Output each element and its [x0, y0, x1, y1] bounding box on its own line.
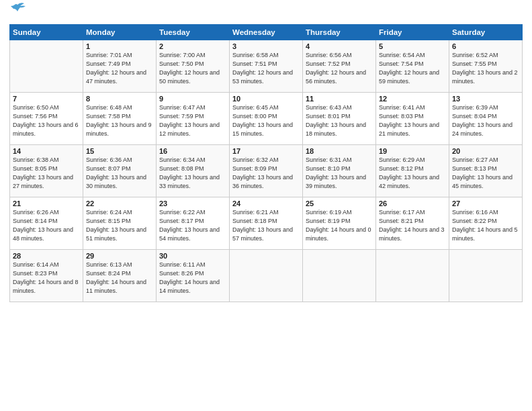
calendar-cell: 18 Sunrise: 6:31 AMSunset: 8:10 PMDaylig…: [303, 144, 376, 197]
day-info: Sunrise: 6:21 AMSunset: 8:18 PMDaylight:…: [232, 208, 300, 243]
day-number: 27: [452, 199, 519, 208]
calendar-cell: 14 Sunrise: 6:38 AMSunset: 8:05 PMDaylig…: [10, 144, 83, 197]
day-info: Sunrise: 6:24 AMSunset: 8:15 PMDaylight:…: [86, 208, 153, 243]
day-info: Sunrise: 6:19 AMSunset: 8:19 PMDaylight:…: [306, 208, 373, 243]
calendar-cell: 29 Sunrise: 6:13 AMSunset: 8:24 PMDaylig…: [83, 249, 157, 302]
day-info: Sunrise: 6:45 AMSunset: 8:00 PMDaylight:…: [232, 103, 300, 138]
calendar-cell: 12 Sunrise: 6:41 AMSunset: 8:03 PMDaylig…: [376, 92, 449, 144]
logo-bird-icon: [11, 2, 26, 14]
calendar-cell: 28 Sunrise: 6:14 AMSunset: 8:23 PMDaylig…: [10, 249, 83, 302]
calendar-cell: 4 Sunrise: 6:56 AMSunset: 7:52 PMDayligh…: [303, 40, 376, 92]
day-info: Sunrise: 6:17 AMSunset: 8:21 PMDaylight:…: [379, 208, 446, 243]
day-number: 19: [379, 147, 446, 155]
day-info: Sunrise: 7:00 AMSunset: 7:50 PMDaylight:…: [159, 51, 226, 86]
day-number: 25: [306, 199, 373, 208]
weekday-header-monday: Monday: [83, 24, 157, 40]
day-info: Sunrise: 7:01 AMSunset: 7:49 PMDaylight:…: [86, 51, 153, 86]
calendar-cell: 23 Sunrise: 6:22 AMSunset: 8:17 PMDaylig…: [157, 197, 230, 249]
calendar-cell: 22 Sunrise: 6:24 AMSunset: 8:15 PMDaylig…: [83, 197, 157, 249]
calendar-cell: 5 Sunrise: 6:54 AMSunset: 7:54 PMDayligh…: [376, 40, 449, 92]
day-info: Sunrise: 6:14 AMSunset: 8:23 PMDaylight:…: [13, 261, 80, 295]
calendar-week-3: 14 Sunrise: 6:38 AMSunset: 8:05 PMDaylig…: [10, 144, 523, 197]
day-number: 29: [86, 252, 153, 260]
day-number: 22: [86, 199, 153, 208]
day-info: Sunrise: 6:32 AMSunset: 8:09 PMDaylight:…: [232, 156, 300, 191]
weekday-header-sunday: Sunday: [10, 24, 83, 40]
day-number: 16: [159, 147, 226, 155]
weekday-header-saturday: Saturday: [449, 24, 523, 40]
day-number: 6: [452, 42, 519, 50]
day-info: Sunrise: 6:52 AMSunset: 7:55 PMDaylight:…: [452, 51, 519, 86]
day-info: Sunrise: 6:13 AMSunset: 8:24 PMDaylight:…: [86, 261, 153, 295]
calendar-cell: 2 Sunrise: 7:00 AMSunset: 7:50 PMDayligh…: [157, 40, 230, 92]
day-number: 1: [86, 42, 153, 50]
calendar-cell: [303, 249, 376, 302]
day-number: 12: [379, 95, 446, 103]
calendar-table: SundayMondayTuesdayWednesdayThursdayFrid…: [9, 24, 523, 302]
day-number: 30: [159, 252, 226, 260]
day-number: 2: [159, 42, 226, 50]
day-number: 9: [159, 95, 226, 103]
day-number: 8: [86, 95, 153, 103]
day-number: 13: [452, 95, 519, 103]
day-info: Sunrise: 6:50 AMSunset: 7:56 PMDaylight:…: [13, 103, 80, 138]
day-info: Sunrise: 6:54 AMSunset: 7:54 PMDaylight:…: [379, 51, 446, 86]
day-info: Sunrise: 6:29 AMSunset: 8:12 PMDaylight:…: [379, 156, 446, 191]
calendar-cell: 9 Sunrise: 6:47 AMSunset: 7:59 PMDayligh…: [157, 92, 230, 144]
weekday-header-thursday: Thursday: [303, 24, 376, 40]
day-number: 14: [13, 147, 80, 155]
day-info: Sunrise: 6:34 AMSunset: 8:08 PMDaylight:…: [159, 156, 226, 191]
day-info: Sunrise: 6:47 AMSunset: 7:59 PMDaylight:…: [159, 103, 226, 138]
calendar-week-1: 1 Sunrise: 7:01 AMSunset: 7:49 PMDayligh…: [10, 40, 523, 92]
calendar-cell: [449, 249, 523, 302]
calendar-cell: [10, 40, 83, 92]
day-number: 5: [379, 42, 446, 50]
calendar-cell: 27 Sunrise: 6:16 AMSunset: 8:22 PMDaylig…: [449, 197, 523, 249]
day-info: Sunrise: 6:41 AMSunset: 8:03 PMDaylight:…: [379, 103, 446, 138]
calendar-cell: 13 Sunrise: 6:39 AMSunset: 8:04 PMDaylig…: [449, 92, 523, 144]
weekday-header-wednesday: Wednesday: [230, 24, 303, 40]
day-number: 18: [306, 147, 373, 155]
calendar-cell: [230, 249, 303, 302]
calendar-cell: 16 Sunrise: 6:34 AMSunset: 8:08 PMDaylig…: [157, 144, 230, 197]
day-number: 17: [232, 147, 300, 155]
day-info: Sunrise: 6:16 AMSunset: 8:22 PMDaylight:…: [452, 208, 519, 243]
day-info: Sunrise: 6:36 AMSunset: 8:07 PMDaylight:…: [86, 156, 153, 191]
day-number: 4: [306, 42, 373, 50]
calendar-cell: 3 Sunrise: 6:58 AMSunset: 7:51 PMDayligh…: [230, 40, 303, 92]
calendar-cell: 25 Sunrise: 6:19 AMSunset: 8:19 PMDaylig…: [303, 197, 376, 249]
calendar-cell: 24 Sunrise: 6:21 AMSunset: 8:18 PMDaylig…: [230, 197, 303, 249]
calendar-cell: 30 Sunrise: 6:11 AMSunset: 8:26 PMDaylig…: [157, 249, 230, 302]
day-info: Sunrise: 6:38 AMSunset: 8:05 PMDaylight:…: [13, 156, 80, 191]
day-info: Sunrise: 6:31 AMSunset: 8:10 PMDaylight:…: [306, 156, 373, 191]
day-number: 15: [86, 147, 153, 155]
logo: [9, 7, 26, 20]
day-number: 23: [159, 199, 226, 208]
day-info: Sunrise: 6:43 AMSunset: 8:01 PMDaylight:…: [306, 103, 373, 138]
day-number: 7: [13, 95, 80, 103]
calendar-cell: 17 Sunrise: 6:32 AMSunset: 8:09 PMDaylig…: [230, 144, 303, 197]
weekday-header-row: SundayMondayTuesdayWednesdayThursdayFrid…: [10, 24, 523, 40]
calendar-cell: 10 Sunrise: 6:45 AMSunset: 8:00 PMDaylig…: [230, 92, 303, 144]
day-info: Sunrise: 6:39 AMSunset: 8:04 PMDaylight:…: [452, 103, 519, 138]
day-info: Sunrise: 6:26 AMSunset: 8:14 PMDaylight:…: [13, 208, 80, 243]
calendar-cell: 6 Sunrise: 6:52 AMSunset: 7:55 PMDayligh…: [449, 40, 523, 92]
calendar-cell: 15 Sunrise: 6:36 AMSunset: 8:07 PMDaylig…: [83, 144, 157, 197]
calendar-cell: 1 Sunrise: 7:01 AMSunset: 7:49 PMDayligh…: [83, 40, 157, 92]
day-info: Sunrise: 6:48 AMSunset: 7:58 PMDaylight:…: [86, 103, 153, 138]
calendar-cell: 19 Sunrise: 6:29 AMSunset: 8:12 PMDaylig…: [376, 144, 449, 197]
day-number: 28: [13, 252, 80, 260]
weekday-header-friday: Friday: [376, 24, 449, 40]
day-number: 11: [306, 95, 373, 103]
calendar-week-2: 7 Sunrise: 6:50 AMSunset: 7:56 PMDayligh…: [10, 92, 523, 144]
calendar-week-4: 21 Sunrise: 6:26 AMSunset: 8:14 PMDaylig…: [10, 197, 523, 249]
day-number: 10: [232, 95, 300, 103]
day-number: 20: [452, 147, 519, 155]
day-number: 21: [13, 199, 80, 208]
calendar-cell: 8 Sunrise: 6:48 AMSunset: 7:58 PMDayligh…: [83, 92, 157, 144]
day-info: Sunrise: 6:27 AMSunset: 8:13 PMDaylight:…: [452, 156, 519, 191]
day-info: Sunrise: 6:22 AMSunset: 8:17 PMDaylight:…: [159, 208, 226, 243]
calendar-cell: [376, 249, 449, 302]
calendar-cell: 21 Sunrise: 6:26 AMSunset: 8:14 PMDaylig…: [10, 197, 83, 249]
calendar-cell: 26 Sunrise: 6:17 AMSunset: 8:21 PMDaylig…: [376, 197, 449, 249]
